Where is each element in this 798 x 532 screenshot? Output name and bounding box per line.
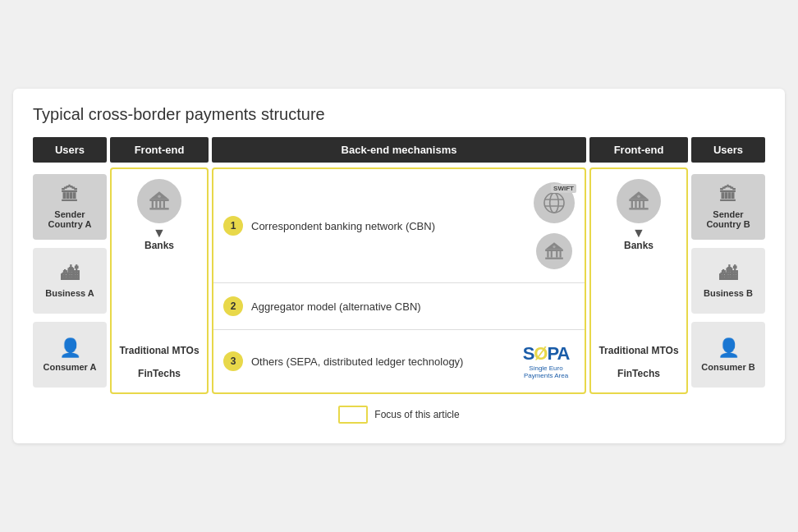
header-frontend-right: Front-end — [589, 137, 688, 163]
svg-rect-16 — [560, 251, 562, 258]
swift-icon-container: SWIFT — [534, 182, 575, 269]
legend: Focus of this article — [33, 406, 765, 424]
mechanism-3-badge: 3 — [223, 351, 243, 371]
sender-country-a: 🏛 Sender Country A — [33, 174, 107, 240]
legend-label: Focus of this article — [374, 409, 459, 420]
correspondent-bank-icon — [536, 233, 572, 269]
svg-rect-13 — [547, 251, 548, 258]
page-title: Typical cross-border payments structure — [33, 105, 765, 124]
svg-rect-3 — [159, 201, 161, 208]
svg-rect-20 — [629, 200, 648, 201]
business-b-label: Business B — [704, 288, 753, 298]
arrow-down-left: ▼ — [153, 227, 166, 240]
left-banks-label: Banks — [144, 240, 174, 251]
consumer-a: 👤 Consumer A — [33, 322, 107, 388]
svg-rect-23 — [639, 201, 640, 208]
main-card: Typical cross-border payments structure … — [13, 89, 785, 443]
bank-svg-left — [148, 190, 171, 213]
right-mtos-label: Traditional MTOs — [598, 345, 678, 356]
svg-point-8 — [544, 193, 564, 213]
svg-rect-4 — [163, 201, 165, 208]
sepa-logo-text: SØPA — [523, 343, 570, 365]
svg-rect-12 — [545, 250, 563, 251]
swift-label: SWIFT — [551, 184, 576, 193]
right-fintechs-label: FinTechs — [617, 368, 660, 379]
consumer-a-label: Consumer A — [44, 362, 97, 372]
mechanism-1-text: Correspondent banking network (CBN) — [251, 220, 525, 232]
right-banks-item: ▼ Banks — [617, 179, 661, 251]
city-icon-b: 🏙 — [719, 264, 737, 285]
svg-rect-21 — [631, 201, 633, 208]
header-users-left: Users — [33, 137, 107, 163]
person-icon-b: 👤 — [718, 337, 740, 359]
consumer-b: 👤 Consumer B — [691, 322, 765, 388]
swift-globe: SWIFT — [534, 182, 575, 223]
arrow-down-right: ▼ — [632, 227, 645, 240]
globe-svg — [541, 190, 567, 216]
sepa-subtitle: Single Euro Payments Area — [517, 365, 575, 379]
header-backend: Back-end mechanisms — [212, 137, 586, 163]
building-icon-a: 🏛 — [61, 185, 79, 206]
mechanism-3-text: Others (SEPA, distributed ledger technol… — [251, 355, 509, 368]
right-frontend-column: ▼ Banks Traditional MTOs FinTechs — [589, 167, 688, 394]
svg-point-27 — [637, 195, 640, 198]
mechanism-2-badge: 2 — [223, 296, 243, 316]
left-banks-item: ▼ Banks — [137, 179, 181, 251]
mechanism-1-row: 1 Correspondent banking network (CBN) — [213, 169, 585, 283]
main-grid: 🏛 Sender Country A 🏙 Business A 👤 Consum… — [33, 167, 765, 394]
sender-country-b-label: Sender Country B — [696, 209, 760, 229]
business-a: 🏙 Business A — [33, 248, 107, 314]
mechanism-2-text: Aggregator model (alternative CBN) — [251, 300, 575, 313]
svg-rect-1 — [152, 201, 154, 208]
left-frontend-column: ▼ Banks Traditional MTOs FinTechs — [110, 167, 209, 394]
svg-rect-17 — [545, 258, 563, 259]
header-frontend-left: Front-end — [110, 137, 209, 163]
right-banks-label: Banks — [624, 240, 654, 251]
left-mtos-label: Traditional MTOs — [119, 345, 199, 356]
sepa-logo-group: SØPA Single Euro Payments Area — [517, 343, 575, 379]
consumer-b-label: Consumer B — [701, 362, 754, 372]
svg-rect-0 — [149, 200, 168, 201]
left-bank-icon-circle — [137, 179, 181, 223]
svg-rect-15 — [556, 251, 557, 258]
svg-rect-5 — [149, 208, 168, 209]
svg-point-7 — [158, 195, 161, 198]
column-headers: Users Front-end Back-end mechanisms Fron… — [33, 137, 765, 163]
svg-rect-24 — [643, 201, 644, 208]
mechanism-1-badge: 1 — [223, 216, 243, 236]
mechanism-3-row: 3 Others (SEPA, distributed ledger techn… — [213, 330, 585, 392]
building-icon-b: 🏛 — [719, 185, 737, 206]
legend-box — [338, 406, 368, 424]
sepa-icon-container: SØPA Single Euro Payments Area — [517, 343, 575, 379]
svg-rect-25 — [629, 208, 648, 209]
city-icon-a: 🏙 — [61, 264, 79, 285]
right-bank-icon-circle — [617, 179, 661, 223]
backend-column: 1 Correspondent banking network (CBN) — [212, 167, 586, 394]
business-b: 🏙 Business B — [691, 248, 765, 314]
header-users-right: Users — [691, 137, 765, 163]
svg-point-19 — [553, 245, 555, 248]
svg-rect-14 — [551, 251, 553, 258]
globe-circle: SWIFT — [534, 182, 575, 223]
left-users-column: 🏛 Sender Country A 🏙 Business A 👤 Consum… — [33, 167, 107, 394]
right-users-column: 🏛 Sender Country B 🏙 Business B 👤 Consum… — [691, 167, 765, 394]
sender-country-b: 🏛 Sender Country B — [691, 174, 765, 240]
svg-rect-2 — [155, 201, 157, 208]
business-a-label: Business A — [45, 288, 94, 298]
bank-svg-right — [627, 190, 650, 213]
left-fintechs-label: FinTechs — [138, 368, 181, 379]
person-icon-a: 👤 — [59, 337, 81, 359]
sender-country-a-label: Sender Country A — [38, 209, 102, 229]
svg-point-9 — [550, 193, 559, 213]
correspondent-bank-svg — [543, 241, 565, 262]
mechanism-2-row: 2 Aggregator model (alternative CBN) — [213, 283, 585, 330]
svg-rect-22 — [635, 201, 636, 208]
